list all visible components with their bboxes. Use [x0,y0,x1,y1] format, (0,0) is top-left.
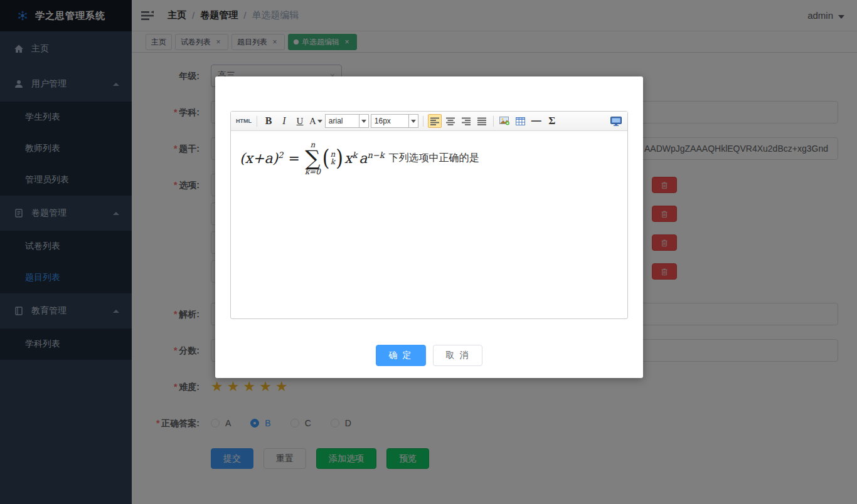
align-justify-icon [477,117,486,125]
chevron-down-icon [408,115,418,127]
image-icon [499,117,510,125]
toolbar-separator [423,116,423,127]
monitor-icon [610,117,622,126]
align-left-button[interactable] [428,114,442,128]
align-center-button[interactable] [444,114,457,128]
binomial-coefficient: ( nk ) [322,149,343,167]
font-color-button[interactable]: A [309,114,323,128]
chevron-down-icon [317,120,322,123]
source-code-button[interactable]: HTML [235,114,252,128]
chevron-down-icon [359,115,368,127]
horizontal-rule-button[interactable]: — [530,114,543,128]
rich-text-editor: HTML B I U A arial 16px [230,111,628,319]
insert-image-button[interactable] [498,114,512,128]
question-text: 下列选项中正确的是 [389,152,479,165]
align-left-icon [430,117,439,125]
confirm-button[interactable]: 确 定 [376,345,426,366]
table-icon [516,117,525,125]
align-right-button[interactable] [459,114,473,128]
font-family-select[interactable]: arial [325,114,369,128]
cancel-button[interactable]: 取 消 [433,345,483,366]
editor-content[interactable]: (x+a)2 = n ∑ k=0 ( nk ) xk an−k 下列选项中正确的… [231,131,627,318]
dialog-footer: 确 定 取 消 [215,345,643,366]
fullscreen-button[interactable] [609,114,623,128]
toolbar-separator [257,116,257,127]
stem-editor-dialog: HTML B I U A arial 16px [215,76,643,378]
font-size-select[interactable]: 16px [371,114,418,128]
formula-button[interactable]: Σ [545,114,559,128]
summation: n ∑ k=0 [305,141,321,176]
align-center-icon [446,117,455,125]
underline-button[interactable]: U [293,114,307,128]
bold-button[interactable]: B [262,114,275,128]
align-justify-button[interactable] [475,114,489,128]
page: 学之思管理系统 主页 用户管理 学生列表 教师列表 管理员列表 卷题管理 试卷列… [0,0,857,504]
insert-table-button[interactable] [514,114,528,128]
editor-toolbar: HTML B I U A arial 16px [231,112,627,131]
toolbar-separator [493,116,494,127]
math-formula: (x+a)2 = n ∑ k=0 ( nk ) xk an−k 下列选项中正确的… [240,141,619,176]
align-right-icon [462,117,471,125]
italic-button[interactable]: I [277,114,291,128]
